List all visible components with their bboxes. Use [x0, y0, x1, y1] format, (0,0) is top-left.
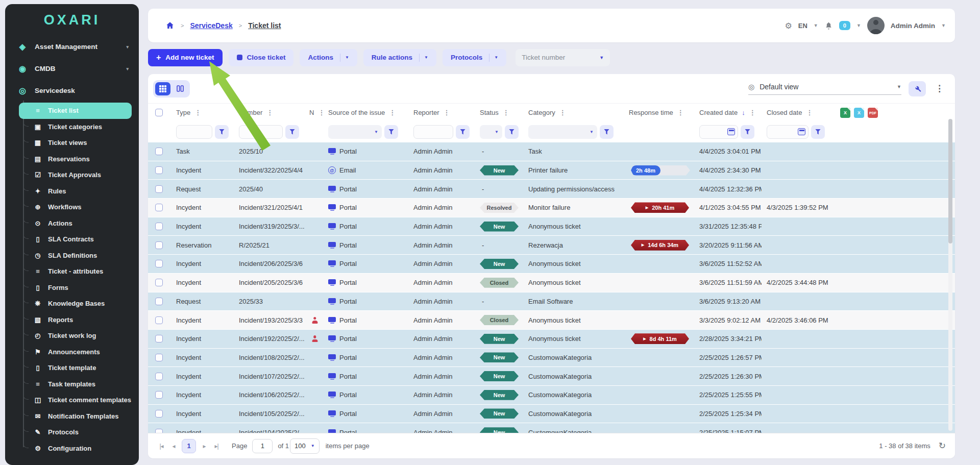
- notifications-bell-icon[interactable]: [824, 21, 833, 30]
- grid-view-toggle[interactable]: [155, 82, 170, 95]
- sidebar-item-reservations[interactable]: ▤Reservations: [5, 151, 132, 167]
- sidebar-item-reports[interactable]: ▧Reports: [5, 312, 132, 328]
- status-filter-select[interactable]: ▼: [480, 125, 502, 139]
- type-filter-input[interactable]: [176, 125, 212, 139]
- sidebar-item-ticket-work-log[interactable]: ◴Ticket work log: [5, 328, 132, 344]
- sidebar-item-ticket-template[interactable]: ▯Ticket template: [5, 360, 132, 376]
- sidebar-item-ticket-comment-templates[interactable]: ◫Ticket comment templates: [5, 392, 132, 408]
- ticket-number-select[interactable]: Ticket number ▼: [516, 49, 610, 66]
- table-row[interactable]: IncydentIncident/108/2025/2/...PortalAdm…: [148, 349, 955, 368]
- row-checkbox[interactable]: [155, 316, 163, 324]
- sidebar-item-ticket-approvals[interactable]: ☑Ticket Approvals: [5, 167, 132, 183]
- row-checkbox[interactable]: [155, 391, 163, 399]
- sidebar-item-servicedesk[interactable]: ◎Servicedesk: [5, 80, 139, 102]
- column-menu-icon[interactable]: ⋮: [266, 109, 273, 116]
- column-header-response[interactable]: Response time⋮: [624, 109, 694, 116]
- filter-funnel-button[interactable]: [811, 125, 825, 139]
- user-menu-caret-icon[interactable]: ▼: [941, 23, 946, 28]
- table-row[interactable]: Request2025/33PortalAdmin Admin-Email So…: [148, 292, 955, 311]
- add-new-ticket-button[interactable]: + Add new ticket: [148, 49, 223, 66]
- row-checkbox[interactable]: [155, 260, 163, 267]
- page-number-input[interactable]: [252, 439, 273, 453]
- row-checkbox[interactable]: [155, 373, 163, 380]
- column-header-number[interactable]: Number⋮: [234, 109, 304, 116]
- sidebar-item-protocols[interactable]: ✎Protocols: [5, 424, 132, 440]
- filter-funnel-button[interactable]: [285, 125, 299, 139]
- sidebar-item-configuration[interactable]: ⚙Configuration: [5, 440, 132, 457]
- column-menu-icon[interactable]: ⋮: [318, 109, 323, 116]
- user-name[interactable]: Admin Admin: [891, 22, 935, 30]
- category-filter-select[interactable]: ▼: [528, 125, 597, 139]
- sidebar-item-actions[interactable]: ⊙Actions: [5, 215, 132, 232]
- table-row[interactable]: IncydentIncident/105/2025/2/...PortalAdm…: [148, 405, 955, 424]
- sidebar-item-forms[interactable]: ▯Forms: [5, 280, 132, 296]
- language-selector[interactable]: EN: [798, 22, 807, 30]
- column-menu-icon[interactable]: ⋮: [806, 109, 813, 116]
- number-filter-input[interactable]: [239, 125, 283, 139]
- breadcrumb-ticket-list[interactable]: Ticket list: [248, 21, 281, 30]
- sidebar-item-workflows[interactable]: ⊕Workflows: [5, 199, 132, 215]
- sidebar-item-sla-definitions[interactable]: ◷SLA Definitions: [5, 248, 132, 264]
- row-checkbox[interactable]: [155, 185, 163, 193]
- column-header-status[interactable]: Status⋮: [475, 109, 523, 116]
- calendar-icon[interactable]: [798, 128, 805, 135]
- next-page-button[interactable]: ▸: [198, 443, 210, 450]
- column-menu-icon[interactable]: ⋮: [503, 109, 509, 116]
- row-checkbox[interactable]: [155, 166, 163, 174]
- sidebar-item-announcements[interactable]: ⚑Announcements: [5, 344, 132, 360]
- protocols-dropdown-button[interactable]: Protocols▼: [443, 49, 506, 66]
- column-menu-icon[interactable]: ⋮: [749, 109, 756, 116]
- closed-filter-date[interactable]: [767, 125, 808, 139]
- source-filter-select[interactable]: ▼: [328, 125, 382, 139]
- sidebar-item-ticket-categories[interactable]: ▣Ticket categories: [5, 119, 132, 135]
- row-checkbox[interactable]: [155, 410, 163, 418]
- column-menu-icon[interactable]: ⋮: [677, 109, 684, 116]
- table-scrollbar[interactable]: [948, 119, 952, 431]
- sidebar-item-ticket-views[interactable]: ▦Ticket views: [5, 135, 132, 151]
- current-page-button[interactable]: 1: [182, 439, 196, 453]
- table-row[interactable]: IncydentIncident/319/2025/3/...PortalAdm…: [148, 217, 955, 236]
- first-page-button[interactable]: |◂: [155, 443, 167, 450]
- refresh-icon[interactable]: ↻: [939, 440, 946, 451]
- table-row[interactable]: IncydentIncident/193/2025/3/3PortalAdmin…: [148, 311, 955, 330]
- table-row[interactable]: IncydentIncident/107/2025/2/...PortalAdm…: [148, 367, 955, 386]
- sidebar-item-asset-management[interactable]: ◈Asset Management▾: [5, 36, 139, 58]
- column-menu-icon[interactable]: ⋮: [194, 109, 201, 116]
- column-menu-icon[interactable]: ⋮: [444, 109, 450, 116]
- breadcrumb-servicedesk-link[interactable]: ServiceDesk: [190, 21, 232, 30]
- sidebar-item-knowledge-bases[interactable]: ❋Knowledge Bases: [5, 296, 132, 312]
- close-ticket-button[interactable]: Close ticket: [229, 49, 294, 66]
- filter-funnel-button[interactable]: [215, 125, 229, 139]
- export-excel-icon[interactable]: X: [840, 108, 850, 118]
- language-caret-icon[interactable]: ▼: [814, 23, 818, 28]
- sidebar-item-ticket-list[interactable]: ≡Ticket list: [19, 103, 132, 119]
- reporter-filter-input[interactable]: [413, 125, 453, 139]
- columns-view-toggle[interactable]: [173, 82, 188, 95]
- row-checkbox[interactable]: [155, 223, 163, 230]
- table-row[interactable]: IncydentIncident/205/2025/3/6PortalAdmin…: [148, 274, 955, 292]
- sidebar-item-sla-contracts[interactable]: ▯SLA Contracts: [5, 231, 132, 248]
- last-page-button[interactable]: ▸|: [210, 443, 223, 450]
- prev-page-button[interactable]: ◂: [167, 443, 180, 450]
- customize-columns-button[interactable]: [909, 81, 926, 96]
- table-row[interactable]: IncydentIncident/322/2025/4/4@EmailAdmin…: [148, 161, 955, 180]
- column-header-flag[interactable]: N⋮: [304, 109, 323, 116]
- filter-funnel-button[interactable]: [384, 125, 398, 139]
- table-row[interactable]: IncydentIncident/206/2025/3/6PortalAdmin…: [148, 255, 955, 274]
- column-menu-icon[interactable]: ⋮: [559, 109, 566, 116]
- more-options-icon[interactable]: ⋮: [933, 83, 946, 94]
- column-header-closed[interactable]: Closed date⋮: [762, 109, 832, 116]
- sidebar-item-cmdb[interactable]: ◉CMDB▾: [5, 58, 139, 80]
- row-checkbox[interactable]: [155, 354, 163, 361]
- table-row[interactable]: IncydentIncident/106/2025/2/...PortalAdm…: [148, 386, 955, 405]
- home-icon[interactable]: [165, 21, 175, 30]
- export-csv-icon[interactable]: X: [854, 108, 864, 118]
- column-header-created[interactable]: Created date↓⋮: [694, 109, 762, 116]
- table-row[interactable]: ReservationR/2025/21PortalAdmin Admin-Re…: [148, 236, 955, 255]
- sidebar-item-ticket-attributes[interactable]: ≡Ticket - attributes: [5, 263, 132, 280]
- row-checkbox[interactable]: [155, 335, 163, 342]
- row-checkbox[interactable]: [155, 148, 163, 155]
- select-all-checkbox[interactable]: [155, 109, 163, 116]
- column-header-category[interactable]: Category⋮: [523, 109, 624, 116]
- table-row[interactable]: Request2025/40PortalAdmin Admin-Updating…: [148, 180, 955, 199]
